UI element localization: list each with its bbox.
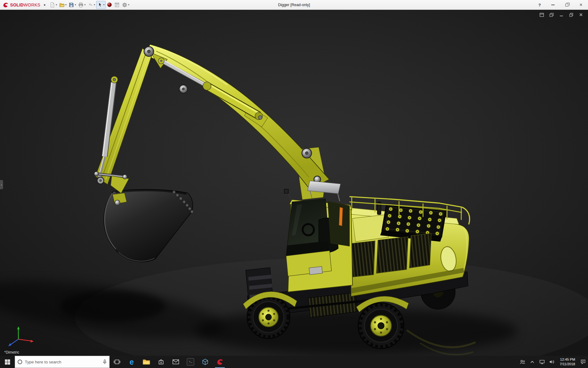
help-button[interactable]: ? — [533, 0, 546, 10]
dipper-cylinder — [158, 58, 262, 120]
windows-logo-icon — [5, 359, 10, 365]
task-view-icon — [114, 359, 120, 365]
undo-arrow-icon — [88, 2, 93, 8]
file-properties-icon — [114, 2, 120, 8]
doc-new-window-icon[interactable] — [539, 12, 545, 17]
document-title: Digger [Read-only] — [278, 3, 310, 7]
save-button[interactable]: ▾ — [68, 1, 77, 9]
people-icon — [519, 359, 526, 365]
brand-text: SOLIDWORKS — [10, 2, 40, 7]
doc-minimize-icon[interactable] — [559, 12, 564, 17]
dropdown-caret[interactable]: ▾ — [56, 3, 57, 6]
graphics-viewport[interactable]: ‹ *Dimetric — [0, 10, 588, 356]
solidworks-app-window: SOLIDWORKS ▸ ▾ ▾ — [0, 0, 588, 368]
feature-panel-expand-tab[interactable]: ‹ — [0, 180, 3, 189]
doc-close-icon[interactable] — [578, 12, 584, 17]
task-view-button[interactable] — [110, 356, 124, 368]
close-button[interactable]: × — [574, 0, 588, 10]
file-explorer-icon — [143, 359, 150, 365]
taskbar-clock[interactable]: 12:45 PM 7/11/2018 — [557, 356, 578, 368]
dropdown-caret[interactable]: ▾ — [75, 3, 76, 6]
gear-icon — [122, 2, 127, 8]
open-folder-icon — [59, 2, 65, 8]
quick-access-toolbar: ▾ ▾ ▾ ▾ — [49, 1, 130, 9]
document-window-controls — [539, 12, 584, 17]
undo-button[interactable]: ▾ — [87, 1, 96, 9]
doc-restore-icon[interactable] — [568, 12, 574, 17]
taskbar-app-file-explorer[interactable] — [139, 356, 154, 368]
menu-flyout-arrow[interactable]: ▸ — [43, 3, 49, 7]
action-center-button[interactable] — [578, 356, 588, 368]
dropdown-caret[interactable]: ▾ — [103, 3, 104, 6]
chevron-up-icon — [530, 360, 534, 363]
printer-icon — [78, 2, 84, 8]
clock-date: 7/11/2018 — [560, 362, 575, 366]
excavator-model — [0, 10, 588, 356]
taskbar-app-store[interactable] — [154, 356, 168, 368]
ds-swirl-icon — [2, 2, 9, 8]
restore-button[interactable] — [560, 0, 574, 10]
new-document-button[interactable]: ▾ — [49, 1, 58, 9]
taskbar-search[interactable] — [15, 356, 110, 368]
volume-icon — [549, 359, 555, 364]
options-button[interactable]: ▾ — [121, 1, 130, 9]
window-controls: ? × — [533, 0, 588, 10]
volume-button[interactable] — [547, 356, 557, 368]
orientation-triad[interactable] — [5, 325, 34, 347]
close-icon: × — [579, 2, 582, 7]
action-center-icon — [580, 359, 586, 365]
clock-time: 12:45 PM — [560, 357, 575, 362]
mail-icon — [172, 359, 179, 365]
command-prompt-icon: ›_ — [187, 358, 194, 366]
network-icon — [539, 359, 545, 364]
select-cursor-icon — [97, 2, 103, 7]
title-bar: SOLIDWORKS ▸ ▾ ▾ — [0, 0, 588, 10]
print-button[interactable]: ▾ — [77, 1, 86, 9]
minimize-button[interactable] — [546, 0, 560, 10]
windows-taskbar: e ›_ — [0, 356, 588, 368]
search-circle-icon — [17, 359, 22, 364]
3d-cube-icon — [202, 358, 209, 365]
edge-icon: e — [130, 358, 134, 366]
dropdown-caret[interactable]: ▾ — [94, 3, 95, 6]
search-input[interactable] — [25, 360, 100, 364]
network-button[interactable] — [537, 356, 547, 368]
save-floppy-icon — [69, 2, 74, 8]
red-sphere-icon — [107, 2, 112, 7]
open-button[interactable]: ▾ — [58, 1, 67, 9]
solidworks-logo: SOLIDWORKS — [0, 2, 43, 8]
microphone-icon[interactable] — [103, 359, 107, 364]
dropdown-caret[interactable]: ▾ — [128, 3, 129, 6]
new-document-icon — [50, 2, 55, 8]
dropdown-caret[interactable]: ▾ — [84, 3, 85, 6]
select-tool-button[interactable]: ▾ — [96, 1, 106, 9]
people-button[interactable] — [518, 356, 527, 368]
start-button[interactable] — [0, 356, 15, 368]
taskbar-app-edge[interactable]: e — [124, 356, 139, 368]
taskbar-app-3d-viewer[interactable] — [198, 356, 213, 368]
dropdown-caret[interactable]: ▾ — [65, 3, 66, 6]
system-tray: 12:45 PM 7/11/2018 — [518, 356, 588, 368]
doc-cascade-icon[interactable] — [549, 12, 554, 17]
restore-icon — [565, 4, 568, 6]
hidden-icons-button[interactable] — [527, 356, 537, 368]
render-sphere-button[interactable] — [106, 1, 113, 9]
solidworks-icon — [216, 358, 224, 366]
store-icon — [158, 358, 164, 365]
file-properties-button[interactable] — [113, 1, 121, 9]
taskbar-app-solidworks[interactable] — [213, 356, 227, 368]
taskbar-app-mail[interactable] — [168, 356, 183, 368]
view-orientation-label: *Dimetric — [4, 350, 19, 355]
minimize-icon — [551, 5, 555, 5]
taskbar-app-command-prompt[interactable]: ›_ — [183, 356, 198, 368]
